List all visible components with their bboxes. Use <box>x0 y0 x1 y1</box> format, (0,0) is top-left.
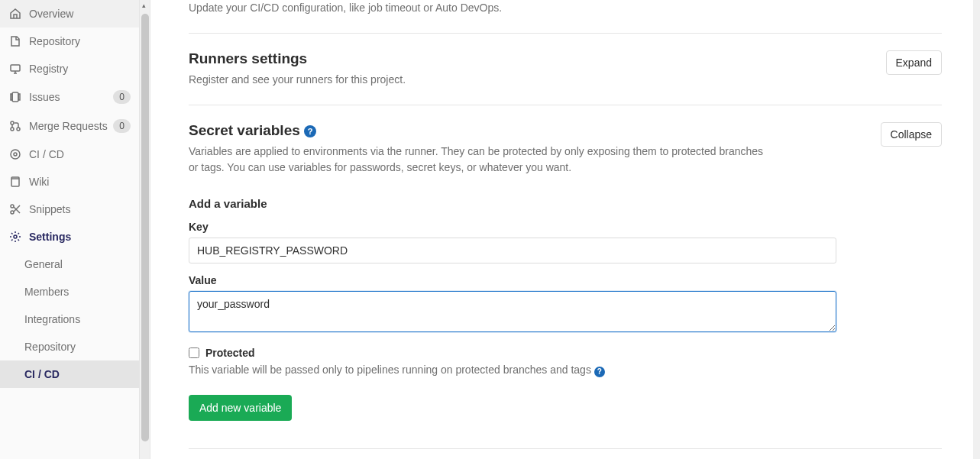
help-icon[interactable]: ? <box>594 367 605 377</box>
protected-hint: This variable will be passed only to pip… <box>189 362 942 378</box>
svg-point-4 <box>11 121 14 124</box>
issues-badge: 0 <box>113 90 131 104</box>
svg-point-11 <box>11 211 14 214</box>
svg-rect-3 <box>18 94 20 100</box>
secret-variables-title: Secret variables ? <box>189 122 769 139</box>
issue-icon <box>9 91 21 103</box>
sidebar-item-issues[interactable]: Issues 0 <box>0 82 140 112</box>
runners-title: Runners settings <box>189 50 406 67</box>
gear-icon <box>9 231 21 243</box>
merge-badge: 0 <box>113 119 131 133</box>
protected-label: Protected <box>205 347 255 359</box>
sidebar-label: CI / CD <box>29 148 131 160</box>
svg-rect-0 <box>11 65 20 71</box>
svg-point-5 <box>11 128 14 131</box>
sidebar-sublabel: Members <box>24 286 69 298</box>
your-variables-heading: Your variables (3) <box>189 448 942 459</box>
key-label: Key <box>189 221 942 233</box>
merge-icon <box>9 120 21 132</box>
scissors-icon <box>9 203 21 215</box>
help-icon[interactable]: ? <box>304 125 316 137</box>
sidebar-label: Snippets <box>29 203 131 215</box>
file-icon <box>9 35 21 47</box>
svg-point-7 <box>11 150 20 159</box>
general-pipelines-desc: Update your CI/CD configuration, like jo… <box>189 0 942 16</box>
key-input[interactable] <box>189 238 836 263</box>
sidebar-scrollbar-thumb[interactable] <box>141 14 149 441</box>
value-label: Value <box>189 274 942 286</box>
sidebar: ▴ Overview Repository Registry Issues 0 … <box>0 0 150 459</box>
section-runners: Runners settings Register and see your r… <box>189 34 942 105</box>
home-icon <box>9 8 21 20</box>
cicd-icon <box>9 148 21 160</box>
scroll-up-icon: ▴ <box>142 2 146 9</box>
sidebar-subitem-general[interactable]: General <box>0 251 140 278</box>
sidebar-label: Merge Requests <box>29 120 113 132</box>
runners-desc: Register and see your runners for this p… <box>189 72 406 88</box>
sidebar-label: Issues <box>29 91 113 103</box>
add-variable-heading: Add a variable <box>189 197 942 210</box>
sidebar-item-snippets[interactable]: Snippets <box>0 196 140 223</box>
sidebar-scrollbar[interactable]: ▴ <box>139 0 150 459</box>
sidebar-label: Repository <box>29 35 131 47</box>
secret-variables-desc: Variables are applied to environments vi… <box>189 144 769 176</box>
sidebar-subitem-integrations[interactable]: Integrations <box>0 305 140 333</box>
right-scrollbar[interactable] <box>973 0 980 459</box>
monitor-icon <box>9 63 21 75</box>
value-textarea[interactable]: your_password <box>189 291 836 332</box>
sidebar-item-registry[interactable]: Registry <box>0 55 140 82</box>
sidebar-item-settings[interactable]: Settings <box>0 223 140 251</box>
svg-point-6 <box>17 128 20 131</box>
sidebar-sublabel: CI / CD <box>24 368 60 380</box>
sidebar-label: Registry <box>29 63 131 75</box>
sidebar-item-wiki[interactable]: Wiki <box>0 168 140 196</box>
svg-rect-2 <box>11 94 12 100</box>
svg-point-10 <box>11 205 14 208</box>
sidebar-subitem-repository[interactable]: Repository <box>0 333 140 360</box>
sidebar-item-merge-requests[interactable]: Merge Requests 0 <box>0 112 140 141</box>
add-variable-button[interactable]: Add new variable <box>189 395 292 421</box>
section-secret-variables: Secret variables ? Variables are applied… <box>189 105 942 459</box>
sidebar-subitem-members[interactable]: Members <box>0 278 140 305</box>
sidebar-sublabel: General <box>24 258 63 270</box>
sidebar-subitem-cicd[interactable]: CI / CD <box>0 360 140 388</box>
protected-hint-text: This variable will be passed only to pip… <box>189 364 591 376</box>
sidebar-sublabel: Integrations <box>24 313 80 325</box>
expand-button-runners[interactable]: Expand <box>886 50 942 75</box>
collapse-button-secret[interactable]: Collapse <box>881 122 942 147</box>
sidebar-label: Wiki <box>29 176 131 188</box>
svg-rect-1 <box>12 92 18 102</box>
svg-point-8 <box>14 153 17 156</box>
sidebar-sublabel: Repository <box>24 341 76 353</box>
protected-checkbox[interactable] <box>189 347 199 358</box>
sidebar-item-overview[interactable]: Overview <box>0 0 140 27</box>
sidebar-item-repository[interactable]: Repository <box>0 27 140 55</box>
secret-variables-title-text: Secret variables <box>189 122 300 138</box>
book-icon <box>9 176 21 188</box>
sidebar-label: Overview <box>29 8 131 20</box>
svg-point-12 <box>14 235 17 238</box>
sidebar-item-cicd[interactable]: CI / CD <box>0 141 140 168</box>
sidebar-label: Settings <box>29 231 131 243</box>
main-content: Update your CI/CD configuration, like jo… <box>150 0 980 459</box>
